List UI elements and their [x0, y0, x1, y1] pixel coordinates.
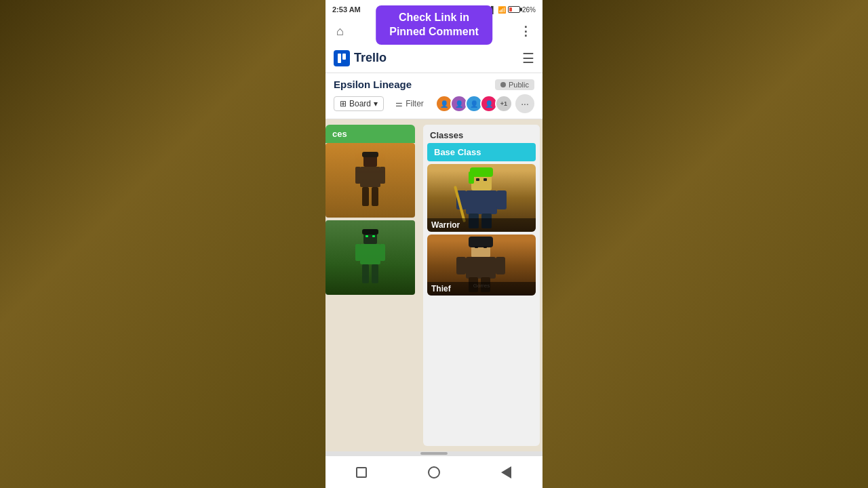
- banner-line1: Check Link in: [389, 11, 479, 25]
- board-view-icon: ⊞: [340, 99, 347, 108]
- visibility-dot: [500, 82, 506, 87]
- svg-rect-15: [372, 235, 375, 237]
- more-options-icon[interactable]: ⋮: [519, 24, 532, 39]
- more-members-button[interactable]: ···: [515, 94, 534, 113]
- avatar-extra[interactable]: +1: [495, 95, 513, 113]
- svg-rect-31: [496, 257, 505, 274]
- left-card-image-1: [326, 143, 415, 218]
- visibility-label: Public: [509, 81, 529, 89]
- android-home-button[interactable]: [423, 462, 445, 483]
- android-back-button[interactable]: [496, 462, 517, 483]
- base-class-label[interactable]: Base Class: [427, 143, 536, 161]
- thief-card-label: Thief: [427, 282, 536, 296]
- warrior-card[interactable]: Warrior: [427, 164, 536, 232]
- banner-line2: Pinned Comment: [389, 25, 479, 39]
- svg-rect-5: [372, 187, 378, 206]
- android-square-button[interactable]: [351, 462, 372, 483]
- svg-rect-10: [380, 244, 385, 261]
- trello-header: Trello ☰: [326, 43, 542, 73]
- filter-button[interactable]: ⚌ Filter: [395, 99, 424, 108]
- board-header: Epsilon Lineage Public ⊞ Board ▾ ⚌ Filte…: [326, 73, 542, 119]
- svg-rect-29: [466, 257, 496, 279]
- time-display: 2:53 AM: [332, 5, 361, 14]
- svg-rect-1: [360, 167, 380, 187]
- left-card-1[interactable]: [326, 143, 415, 218]
- member-avatars: 👤 👤 👤 👤 +1 ···: [435, 94, 534, 113]
- filter-label: Filter: [406, 99, 424, 108]
- svg-rect-35: [484, 246, 487, 248]
- svg-rect-18: [469, 171, 474, 184]
- hamburger-menu-icon[interactable]: ☰: [522, 50, 534, 66]
- trello-app-name: Trello: [354, 51, 387, 65]
- phone-screen: Check Link in Pinned Comment 2:53 AM ▌▌▌…: [326, 0, 542, 488]
- svg-rect-11: [362, 264, 369, 283]
- board-view-label: Board: [349, 99, 371, 108]
- character-svg-1: [350, 150, 391, 211]
- visibility-badge[interactable]: Public: [495, 79, 534, 90]
- trello-icon: [334, 50, 350, 66]
- classes-column-header: Classes: [423, 125, 540, 143]
- wifi-icon: 📶: [498, 6, 506, 14]
- svg-rect-28: [469, 237, 493, 247]
- left-card-2[interactable]: [326, 220, 415, 295]
- left-col-header: ces: [326, 125, 415, 143]
- svg-rect-9: [355, 244, 361, 261]
- svg-rect-26: [484, 178, 487, 181]
- trello-logo[interactable]: Trello: [334, 50, 387, 66]
- svg-rect-25: [476, 178, 479, 181]
- board-title: Epsilon Lineage: [334, 79, 412, 90]
- home-icon[interactable]: ⌂: [336, 24, 344, 39]
- character-svg-2: [350, 227, 391, 288]
- svg-rect-4: [362, 187, 369, 206]
- circle-icon: [428, 466, 440, 479]
- svg-rect-14: [366, 235, 368, 237]
- board-content: ces: [326, 119, 542, 451]
- battery-percent: 26%: [522, 6, 536, 14]
- left-column: ces: [326, 119, 420, 451]
- battery-icon: [508, 6, 520, 13]
- svg-rect-21: [496, 190, 507, 209]
- svg-rect-6: [362, 152, 378, 157]
- svg-rect-34: [475, 246, 478, 248]
- svg-rect-12: [372, 264, 378, 283]
- warrior-card-label: Warrior: [427, 218, 536, 232]
- promo-banner[interactable]: Check Link in Pinned Comment: [376, 5, 492, 45]
- square-icon: [356, 467, 367, 478]
- chevron-down-icon: ▾: [374, 99, 378, 108]
- filter-icon: ⚌: [395, 99, 403, 108]
- thief-card[interactable]: Gorres Thief: [427, 235, 536, 296]
- svg-rect-8: [360, 244, 380, 264]
- classes-column: Classes Base Class: [423, 125, 540, 446]
- svg-rect-19: [466, 190, 497, 214]
- left-card-image-2: [326, 220, 415, 295]
- bottom-navigation: [326, 455, 542, 488]
- back-triangle-icon: [501, 466, 511, 479]
- scroll-indicator: [420, 452, 448, 455]
- svg-rect-3: [380, 167, 385, 184]
- svg-rect-2: [355, 167, 361, 184]
- board-view-button[interactable]: ⊞ Board ▾: [334, 96, 384, 111]
- svg-rect-30: [456, 257, 466, 274]
- svg-rect-13: [362, 229, 378, 235]
